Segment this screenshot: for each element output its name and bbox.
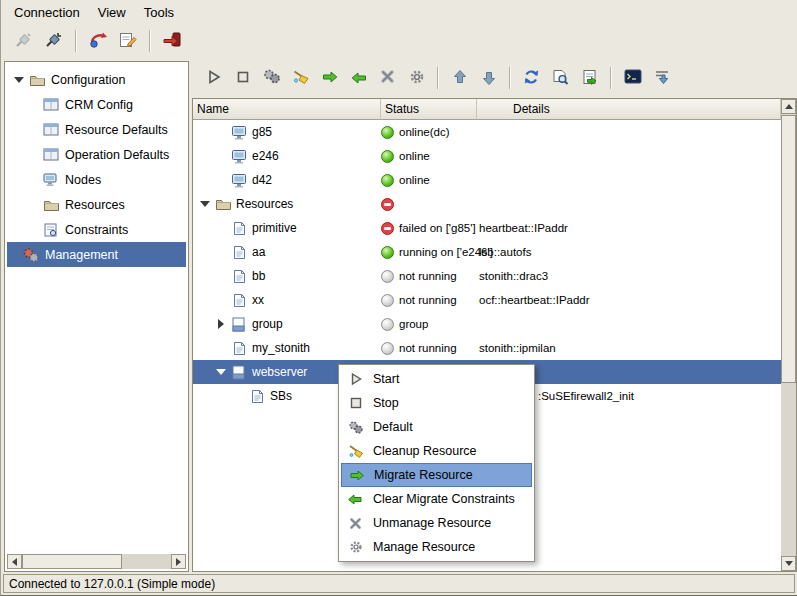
connect-button[interactable] [39, 27, 69, 55]
sidebar-item-label: Resource Defaults [65, 123, 168, 137]
cleanup-button[interactable] [286, 64, 315, 92]
status-inactive-icon [381, 294, 394, 307]
table-row-d42[interactable]: d42 online [193, 168, 781, 192]
table-row-resources[interactable]: Resources [193, 192, 781, 216]
start-icon [346, 372, 365, 386]
resource-icon [229, 245, 249, 260]
context-menu-item-cleanup-resource[interactable]: Cleanup Resource [341, 439, 532, 463]
sidebar-item-management[interactable]: Management [7, 242, 186, 267]
clear-migrate-button[interactable] [344, 64, 373, 92]
clear-migrate-icon [346, 493, 365, 506]
context-menu-item-start[interactable]: Start [341, 367, 532, 391]
sidebar-tree: Configuration CRM Config Resource Defaul… [7, 64, 186, 554]
context-menu-item-manage-resource[interactable]: Manage Resource [341, 535, 532, 559]
sidebar-item-resources[interactable]: Resources [7, 192, 186, 217]
context-menu-item-stop[interactable]: Stop [341, 391, 532, 415]
sidebar-item-constraints[interactable]: Constraints [7, 217, 186, 242]
scroll-down-arrow-icon[interactable] [781, 556, 796, 571]
cleanup-icon [292, 69, 310, 88]
default-button[interactable] [257, 64, 286, 92]
details-cell: heartbeat::IPaddr [477, 222, 781, 234]
name-cell: e246 [193, 149, 381, 164]
status-cell: group [381, 318, 477, 331]
name-cell: xx [193, 293, 381, 308]
sidebar-item-configuration[interactable]: Configuration [7, 67, 186, 92]
resource-icon [247, 389, 267, 404]
row-name: my_stonith [252, 341, 310, 355]
status-cell: failed on ['g85'] [381, 222, 477, 235]
table-row-bb[interactable]: bb not running stonith::drac3 [193, 264, 781, 288]
table-row-xx[interactable]: xx not running ocf::heartbeat::IPaddr [193, 288, 781, 312]
context-menu-item-default[interactable]: Default [341, 415, 532, 439]
context-menu-item-clear-migrate-constraints[interactable]: Clear Migrate Constraints [341, 487, 532, 511]
scrollbar-thumb[interactable] [781, 115, 796, 383]
menubar: Connection View Tools [1, 0, 797, 24]
context-menu-label: Stop [373, 396, 399, 410]
table-vertical-scrollbar[interactable] [781, 99, 796, 571]
row-name: e246 [252, 149, 279, 163]
sidebar-item-label: CRM Config [65, 98, 133, 112]
refresh-button[interactable] [517, 64, 546, 92]
menu-tools[interactable]: Tools [135, 2, 183, 23]
details-cell: stonith::ipmilan [477, 342, 781, 354]
table-icon [41, 148, 61, 161]
collapse-button[interactable] [647, 64, 676, 92]
expander-closed-icon[interactable] [213, 319, 229, 329]
status-online-icon [381, 246, 394, 259]
column-header-name[interactable]: Name [193, 99, 381, 120]
run-button[interactable] [83, 27, 113, 55]
scrollbar-trough[interactable] [122, 554, 171, 569]
toolbar-separator [437, 67, 439, 89]
node-icon [229, 125, 249, 140]
table-row-group[interactable]: group group [193, 312, 781, 336]
move-up-button[interactable] [445, 64, 474, 92]
sidebar-horizontal-scrollbar[interactable] [7, 554, 186, 569]
export-icon [582, 69, 598, 88]
menu-view[interactable]: View [89, 2, 135, 23]
status-cell: online(dc) [381, 126, 477, 139]
row-name: xx [252, 293, 264, 307]
table-row-primitive[interactable]: primitive failed on ['g85'] heartbeat::I… [193, 216, 781, 240]
scroll-right-arrow-icon[interactable] [171, 554, 186, 569]
toolbar-separator [75, 30, 77, 52]
start-button[interactable] [199, 64, 228, 92]
scroll-left-arrow-icon[interactable] [7, 554, 22, 569]
migrate-button[interactable] [315, 64, 344, 92]
default-icon [346, 420, 365, 435]
resource-icon [229, 221, 249, 236]
scroll-up-arrow-icon[interactable] [781, 99, 796, 114]
table-row-aa[interactable]: aa running on ['e246'] lsb::autofs [193, 240, 781, 264]
status-cell [381, 198, 477, 211]
expander-open-icon[interactable] [213, 369, 229, 375]
disconnect-button[interactable] [9, 27, 39, 55]
table-row-e246[interactable]: e246 online [193, 144, 781, 168]
expander-open-icon[interactable] [197, 201, 213, 207]
table-row-my-stonith[interactable]: my_stonith not running stonith::ipmilan [193, 336, 781, 360]
context-menu-label: Manage Resource [373, 540, 475, 554]
stop-button[interactable] [228, 64, 257, 92]
status-stopped-icon [381, 198, 394, 211]
menu-connection[interactable]: Connection [5, 2, 89, 23]
table-row-g85[interactable]: g85 online(dc) [193, 120, 781, 144]
console-button[interactable] [618, 64, 647, 92]
unmanage-button[interactable] [373, 64, 402, 92]
sidebar-item-resource-defaults[interactable]: Resource Defaults [7, 117, 186, 142]
column-header-details[interactable]: Details [477, 99, 781, 120]
inspect-button[interactable] [546, 64, 575, 92]
export-button[interactable] [575, 64, 604, 92]
context-menu-item-migrate-resource[interactable]: Migrate Resource [341, 463, 532, 487]
scrollbar-thumb[interactable] [22, 554, 122, 569]
status-inactive-icon [381, 270, 394, 283]
sidebar-item-operation-defaults[interactable]: Operation Defaults [7, 142, 186, 167]
group-icon [229, 317, 249, 332]
sidebar-item-nodes[interactable]: Nodes [7, 167, 186, 192]
quit-button[interactable] [157, 27, 187, 55]
manage-button[interactable] [402, 64, 431, 92]
context-menu-item-unmanage-resource[interactable]: Unmanage Resource [341, 511, 532, 535]
expander-open-icon[interactable] [11, 77, 27, 83]
toolbar-separator [509, 67, 511, 89]
move-down-button[interactable] [474, 64, 503, 92]
column-header-status[interactable]: Status [381, 99, 477, 120]
sidebar-item-crm-config[interactable]: CRM Config [7, 92, 186, 117]
edit-button[interactable] [113, 27, 143, 55]
